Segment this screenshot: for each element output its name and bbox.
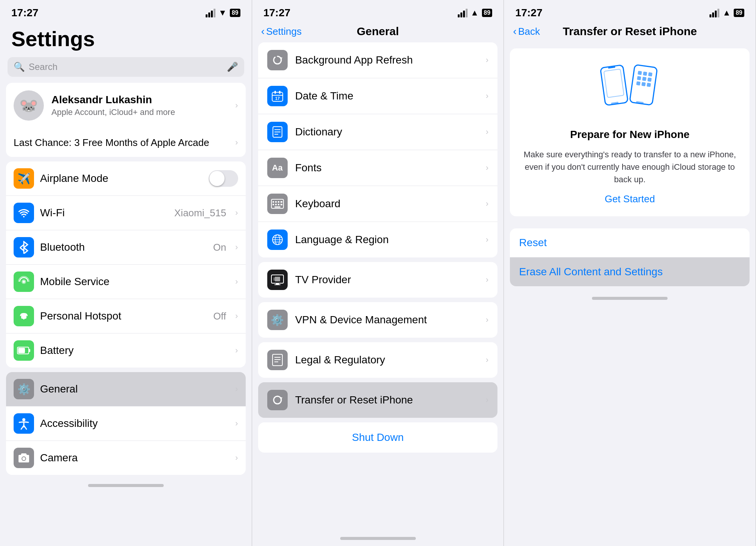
vpn-card: ⚙️ VPN & Device Management › xyxy=(258,302,498,338)
transfer-back-button[interactable]: ‹ Back xyxy=(513,25,540,37)
svg-rect-5 xyxy=(18,348,25,353)
home-indicator-2 xyxy=(340,537,416,540)
svg-rect-52 xyxy=(638,71,642,75)
transfer-nav-title: Transfer or Reset iPhone xyxy=(563,25,697,38)
transfer-icon xyxy=(267,390,288,410)
background-refresh-row[interactable]: Background App Refresh › xyxy=(258,42,498,78)
status-time-3: 17:27 xyxy=(515,7,542,19)
vpn-row[interactable]: ⚙️ VPN & Device Management › xyxy=(258,302,498,338)
svg-rect-56 xyxy=(642,77,646,81)
get-started-button[interactable]: Get Started xyxy=(605,193,655,205)
svg-rect-28 xyxy=(280,204,282,205)
accessibility-icon xyxy=(14,413,34,434)
svg-rect-55 xyxy=(637,76,641,80)
svg-rect-57 xyxy=(648,78,652,82)
dictionary-row[interactable]: Dictionary › xyxy=(258,114,498,150)
tv-provider-icon xyxy=(267,270,288,290)
legal-chevron: › xyxy=(486,355,488,365)
svg-text:17: 17 xyxy=(275,96,280,101)
profile-row[interactable]: 🐭 Aleksandr Lukashin Apple Account, iClo… xyxy=(6,83,246,128)
avatar: 🐭 xyxy=(14,90,44,121)
wifi-row[interactable]: Wi-Fi Xiaomi_515 › xyxy=(6,196,246,230)
legal-label: Legal & Regulatory xyxy=(295,354,475,366)
transfer-back-chevron-icon: ‹ xyxy=(513,25,516,37)
status-icons-3: ▲ 89 xyxy=(710,8,744,18)
transfer-label: Transfer or Reset iPhone xyxy=(295,394,475,406)
tv-provider-chevron: › xyxy=(486,275,488,285)
status-icons-2: ▲ 89 xyxy=(458,8,493,18)
back-label: Settings xyxy=(266,26,302,37)
language-region-chevron: › xyxy=(486,235,488,245)
promo-text: Last Chance: 3 Free Months of Apple Arca… xyxy=(14,136,226,149)
signal-icon-1 xyxy=(206,9,215,17)
general-panel: 17:27 ▲ 89 ‹ Settings General xyxy=(252,0,504,546)
status-bar-2: 17:27 ▲ 89 xyxy=(252,0,504,22)
date-time-row[interactable]: 17 Date & Time › xyxy=(258,78,498,114)
battery-row[interactable]: Battery › xyxy=(6,333,246,368)
tv-provider-row[interactable]: TV Provider › xyxy=(258,262,498,298)
transfer-row[interactable]: Transfer or Reset iPhone › xyxy=(258,382,498,418)
connectivity-card: ✈️ Airplane Mode Wi-Fi Xiaomi_515 › Blue… xyxy=(6,161,246,368)
svg-rect-48 xyxy=(604,69,624,98)
general-nav-title: General xyxy=(357,25,399,38)
personal-hotspot-label: Personal Hotspot xyxy=(40,310,207,322)
personal-hotspot-icon xyxy=(14,306,34,326)
bluetooth-icon xyxy=(14,237,34,257)
background-refresh-label: Background App Refresh xyxy=(295,54,475,66)
prepare-iphone-illustration xyxy=(596,60,664,118)
bluetooth-row[interactable]: Bluetooth On › xyxy=(6,230,246,265)
status-time-2: 17:27 xyxy=(263,7,291,19)
erase-row[interactable]: Erase All Content and Settings xyxy=(510,257,750,286)
system-card: ⚙️ General › Accessibility › Ca xyxy=(6,372,246,475)
shutdown-button[interactable]: Shut Down xyxy=(258,422,498,453)
signal-icon-3 xyxy=(710,9,719,17)
airplane-mode-icon: ✈️ xyxy=(14,168,34,189)
reset-label: Reset xyxy=(519,237,547,249)
promo-chevron-icon: › xyxy=(235,138,238,147)
svg-rect-60 xyxy=(647,83,651,87)
battery-chevron-icon: › xyxy=(235,346,238,355)
airplane-mode-row[interactable]: ✈️ Airplane Mode xyxy=(6,161,246,196)
accessibility-row[interactable]: Accessibility › xyxy=(6,406,246,441)
reset-card: Reset Erase All Content and Settings xyxy=(510,228,750,286)
wifi-chevron-icon: › xyxy=(235,208,238,218)
mobile-service-row[interactable]: Mobile Service › xyxy=(6,265,246,299)
keyboard-row[interactable]: Keyboard › xyxy=(258,186,498,222)
status-bar-1: 17:27 ▼ 89 xyxy=(0,0,252,22)
general-back-button[interactable]: ‹ Settings xyxy=(261,25,302,37)
transfer-nav-header: ‹ Back Transfer or Reset iPhone xyxy=(504,22,756,42)
reset-row[interactable]: Reset xyxy=(510,228,750,257)
back-chevron-icon: ‹ xyxy=(261,25,265,37)
search-bar[interactable]: 🔍 Search 🎤 xyxy=(8,57,244,77)
battery-badge-2: 89 xyxy=(482,9,493,17)
legal-row[interactable]: Legal & Regulatory › xyxy=(258,342,498,378)
date-time-chevron: › xyxy=(486,91,488,101)
promo-row[interactable]: Last Chance: 3 Free Months of Apple Arca… xyxy=(6,128,246,157)
fonts-row[interactable]: Aa Fonts › xyxy=(258,150,498,186)
general-row[interactable]: ⚙️ General › xyxy=(6,372,246,406)
svg-rect-22 xyxy=(275,201,277,203)
svg-point-9 xyxy=(22,457,25,460)
language-region-label: Language & Region xyxy=(295,234,475,246)
toggle-knob xyxy=(209,171,225,186)
svg-rect-53 xyxy=(643,71,647,76)
language-region-row[interactable]: Language & Region › xyxy=(258,222,498,257)
svg-point-7 xyxy=(22,418,25,421)
vpn-label: VPN & Device Management xyxy=(295,314,475,326)
mobile-service-icon xyxy=(14,271,34,292)
legal-card: Legal & Regulatory › xyxy=(258,342,498,378)
home-indicator-3 xyxy=(592,297,668,300)
svg-rect-36 xyxy=(275,277,280,281)
search-icon: 🔍 xyxy=(14,62,25,72)
personal-hotspot-row[interactable]: Personal Hotspot Off › xyxy=(6,299,246,333)
fonts-chevron: › xyxy=(486,163,488,173)
airplane-mode-toggle[interactable] xyxy=(209,170,238,187)
dictionary-icon xyxy=(267,122,288,142)
camera-row[interactable]: Camera › xyxy=(6,441,246,475)
vpn-icon: ⚙️ xyxy=(267,310,288,330)
svg-rect-59 xyxy=(641,82,646,86)
general-icon: ⚙️ xyxy=(14,379,34,399)
accessibility-chevron-icon: › xyxy=(235,419,238,428)
profile-info: Aleksandr Lukashin Apple Account, iCloud… xyxy=(51,94,225,117)
settings-panel: 17:27 ▼ 89 Settings 🔍 Search 🎤 🐭 Aleksan… xyxy=(0,0,252,546)
